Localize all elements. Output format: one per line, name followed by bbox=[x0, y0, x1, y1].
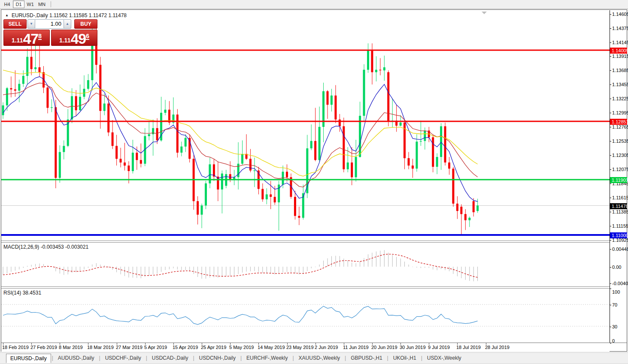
price-axis-tickmark bbox=[610, 84, 611, 85]
rsi-indicator-plot[interactable] bbox=[1, 289, 610, 343]
volume-increase-button[interactable]: ▲ bbox=[64, 19, 71, 29]
macd-axis-tick: 0.00 bbox=[612, 265, 621, 270]
tab-ukoil-h1[interactable]: UKOil-,H1 bbox=[389, 354, 420, 362]
collapse-arrow-icon[interactable]: ▲ bbox=[5, 13, 9, 17]
date-axis-label: 8 Mar 2019 bbox=[59, 345, 83, 350]
date-axis-label: 5 May 2019 bbox=[229, 345, 254, 350]
rsi-indicator-label: RSI(14) 38.4531 bbox=[3, 290, 41, 296]
price-axis-tickmark bbox=[610, 240, 611, 241]
rsi-axis-tick: 100 bbox=[612, 289, 620, 295]
rsi-axis-tick: 30 bbox=[612, 324, 617, 329]
price-axis-tickmark bbox=[610, 169, 611, 170]
price-axis-tick: 1.14375 bbox=[612, 26, 628, 31]
volume-input[interactable]: 1.00 bbox=[35, 19, 64, 29]
tab-separator: | bbox=[98, 355, 101, 361]
rsi-axis-tickmark bbox=[610, 343, 611, 343]
chart-window: ▲ EURUSD-,Daily 1.11562 1.11585 1.11472 … bbox=[1, 9, 627, 352]
one-click-trading-panel: SELL ▼ 1.00 ▲ BUY 1.11478 1.11496 bbox=[3, 19, 97, 46]
timeframe-button-mn[interactable]: MN bbox=[36, 0, 48, 8]
buy-button[interactable]: BUY bbox=[74, 19, 97, 29]
date-axis-label: 27 Feb 2019 bbox=[30, 345, 57, 350]
price-axis-tickmark bbox=[610, 113, 611, 113]
macd-axis-tick: -0.004048 bbox=[612, 281, 628, 286]
price-axis-tick: 1.12995 bbox=[612, 110, 628, 115]
macd-axis-tickmark bbox=[610, 249, 611, 250]
buy-price-display[interactable]: 1.11496 bbox=[51, 30, 97, 46]
price-axis-tick: 1.11615 bbox=[612, 195, 628, 200]
date-axis-label: 14 May 2019 bbox=[258, 345, 285, 350]
date-axis-label: 18 Feb 2019 bbox=[2, 345, 29, 350]
buy-price-prefix: 1.11 bbox=[59, 37, 70, 45]
price-axis-tickmark bbox=[610, 198, 611, 198]
price-badge: 1.11901 bbox=[610, 177, 627, 183]
date-axis-label: 2 Jun 2019 bbox=[315, 345, 338, 350]
price-badge: 1.11000 bbox=[610, 232, 627, 238]
sell-price-pip-digit: 8 bbox=[38, 33, 42, 40]
price-axis-tick: 1.12075 bbox=[612, 167, 628, 172]
timeframe-toolbar: H4D1W1MN bbox=[0, 0, 628, 9]
toolbar-separator bbox=[51, 1, 51, 7]
price-axis-tick: 1.12765 bbox=[612, 124, 628, 129]
price-axis-tickmark bbox=[610, 184, 611, 184]
timeframe-button-h4[interactable]: H4 bbox=[1, 0, 13, 8]
chart-ohlc-values: 1.11562 1.11585 1.11472 1.11478 bbox=[49, 12, 127, 18]
tab-separator: | bbox=[291, 355, 294, 361]
volume-stepper: ▼ 1.00 ▲ bbox=[27, 19, 71, 29]
rsi-canvas[interactable] bbox=[1, 289, 610, 343]
tab-separator: | bbox=[192, 355, 195, 361]
price-axis-tickmark bbox=[610, 127, 611, 127]
date-axis-label: 11 Jun 2019 bbox=[343, 345, 369, 350]
price-axis-tick: 1.14605 bbox=[612, 12, 628, 17]
tab-separator: | bbox=[344, 355, 347, 361]
price-axis-tickmark bbox=[610, 212, 611, 212]
timeframe-button-w1[interactable]: W1 bbox=[24, 0, 36, 8]
date-axis-label: 20 Jun 2019 bbox=[371, 345, 397, 350]
price-axis-tick: 1.12305 bbox=[612, 153, 628, 158]
timeframe-button-d1[interactable]: D1 bbox=[13, 0, 24, 8]
volume-decrease-button[interactable]: ▼ bbox=[27, 19, 35, 29]
sell-price-display[interactable]: 1.11478 bbox=[3, 30, 50, 46]
tab-usdx-weekly[interactable]: USDX-,Weekly bbox=[423, 354, 465, 362]
price-axis-tick: 1.14145 bbox=[612, 40, 628, 45]
chart-symbol-label: EURUSD-,Daily bbox=[12, 12, 48, 18]
price-axis-tickmark bbox=[610, 14, 611, 15]
macd-axis-tick: 0.004481 bbox=[612, 247, 628, 252]
rsi-axis-tick: 70 bbox=[612, 302, 617, 307]
tab-usdcad-daily[interactable]: USDCAD-,Daily bbox=[148, 354, 192, 362]
price-axis-tick: 1.13225 bbox=[612, 96, 628, 101]
price-axis-tickmark bbox=[610, 70, 611, 71]
macd-canvas[interactable] bbox=[1, 243, 610, 286]
rsi-axis-tickmark bbox=[610, 305, 611, 305]
price-axis-tick: 1.13685 bbox=[612, 68, 628, 73]
tab-eurchf-weekly[interactable]: EURCHF-,Weekly bbox=[243, 354, 291, 362]
sell-button[interactable]: SELL bbox=[3, 19, 27, 29]
tab-usdcnh-daily[interactable]: USDCNH-,Daily bbox=[195, 354, 240, 362]
price-axis-tick: 1.12535 bbox=[612, 138, 628, 144]
price-axis-tickmark bbox=[610, 155, 611, 156]
tab-separator: | bbox=[386, 355, 389, 361]
price-axis-tick: 1.11155 bbox=[612, 223, 628, 229]
date-axis-label: 18 Jul 2019 bbox=[456, 345, 481, 350]
price-axis-tick: 1.11385 bbox=[612, 209, 628, 214]
date-axis-label: 25 Apr 2019 bbox=[201, 345, 226, 350]
price-axis[interactable]: 1.146051.143751.141451.139151.136851.134… bbox=[610, 10, 627, 343]
tab-usdchf-daily[interactable]: USDCHF-,Daily bbox=[101, 354, 145, 362]
price-axis-tickmark bbox=[610, 28, 611, 29]
date-axis-label: 28 Jul 2019 bbox=[485, 345, 510, 350]
price-axis-tick: 1.13915 bbox=[612, 54, 628, 59]
price-badge: 1.12851 bbox=[610, 119, 627, 125]
rsi-axis-tick: 0 bbox=[612, 338, 615, 343]
date-axis[interactable]: 18 Feb 201927 Feb 20198 Mar 201918 Mar 2… bbox=[1, 343, 610, 352]
tab-eurusd-daily[interactable]: EURUSD-,Daily bbox=[6, 354, 51, 363]
date-axis-label: 30 Jun 2019 bbox=[400, 345, 426, 350]
tab-separator: | bbox=[240, 355, 243, 361]
tab-separator: | bbox=[145, 355, 148, 361]
mt4-workspace: H4D1W1MN ▲ EURUSD-,Daily 1.11562 1.11585… bbox=[0, 0, 628, 364]
macd-indicator-plot[interactable] bbox=[1, 243, 610, 286]
price-axis-tickmark bbox=[610, 56, 611, 57]
date-axis-label: 15 Apr 2019 bbox=[173, 345, 198, 350]
chart-title: EURUSD-,Daily 1.11562 1.11585 1.11472 1.… bbox=[12, 12, 127, 18]
tab-gbpusd-h1[interactable]: GBPUSD-,H1 bbox=[347, 354, 386, 362]
tab-audusd-daily[interactable]: AUDUSD-,Daily bbox=[54, 354, 98, 362]
tab-xauusd-weekly[interactable]: XAUUSD-,Weekly bbox=[295, 354, 344, 362]
